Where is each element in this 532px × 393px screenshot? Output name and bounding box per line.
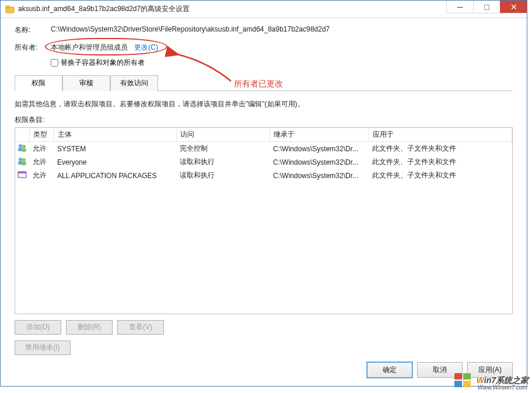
svg-rect-1 bbox=[6, 6, 9, 8]
apply-button[interactable]: 应用(A) bbox=[467, 362, 513, 378]
security-dialog-window: aksusb.inf_amd64_8a9b17b2ac98d2d7的高级安全设置… bbox=[0, 0, 527, 387]
minimize-button[interactable]: ─ bbox=[446, 1, 473, 13]
row-type: 允许 bbox=[29, 155, 54, 169]
svg-rect-9 bbox=[22, 162, 26, 165]
change-owner-link[interactable]: 更改(C) bbox=[134, 43, 158, 51]
title-file: aksusb.inf_amd64_8a9b17b2ac98d2d7 bbox=[18, 5, 141, 13]
cancel-button[interactable]: 取消 bbox=[417, 362, 463, 378]
row-applies: 此文件夹、子文件夹和文件 bbox=[369, 169, 512, 182]
row-principal: SYSTEM bbox=[54, 142, 176, 156]
owner-label: 所有者: bbox=[15, 43, 51, 53]
dialog-buttons: 确定 取消 应用(A) bbox=[367, 362, 513, 378]
row-principal: ALL APPLICATION PACKAGES bbox=[54, 169, 176, 182]
ok-button[interactable]: 确定 bbox=[367, 362, 412, 378]
close-button[interactable]: ✕ bbox=[500, 1, 527, 13]
dialog-content: 名称: C:\Windows\System32\DriverStore\File… bbox=[15, 25, 513, 374]
instruction-text: 如需其他信息，请双击权限项目。若要修改权限项目，请选择该项目并单击"编辑"(如果… bbox=[15, 99, 513, 109]
package-icon bbox=[15, 169, 29, 182]
remove-button[interactable]: 删除(R) bbox=[66, 320, 113, 335]
add-button[interactable]: 添加(D) bbox=[15, 320, 61, 335]
col-applies[interactable]: 应用于 bbox=[369, 128, 512, 142]
window-controls: ─ □ ✕ bbox=[446, 1, 527, 13]
users-icon bbox=[15, 155, 29, 169]
replace-owner-row: 替换子容器和对象的所有者 bbox=[51, 58, 513, 68]
svg-point-6 bbox=[19, 158, 22, 161]
replace-owner-label: 替换子容器和对象的所有者 bbox=[61, 58, 145, 68]
permissions-list[interactable]: 类型 主体 访问 继承于 应用于 允许SYSTEM完全控制C:\Windows\… bbox=[15, 127, 513, 314]
col-access[interactable]: 访问 bbox=[176, 128, 270, 142]
col-type[interactable]: 类型 bbox=[29, 128, 54, 142]
col-icon[interactable] bbox=[15, 128, 29, 142]
row-type: 允许 bbox=[29, 142, 54, 156]
users-icon bbox=[15, 142, 29, 156]
row-applies: 此文件夹、子文件夹和文件 bbox=[369, 142, 512, 156]
row-access: 完全控制 bbox=[176, 142, 270, 156]
title-suffix: 的高级安全设置 bbox=[141, 5, 190, 13]
table-row[interactable]: 允许SYSTEM完全控制C:\Windows\System32\Dr...此文件… bbox=[15, 142, 512, 156]
name-label: 名称: bbox=[15, 25, 51, 35]
replace-owner-checkbox[interactable] bbox=[51, 59, 58, 67]
row-access: 读取和执行 bbox=[176, 155, 270, 169]
tab-effective-access[interactable]: 有效访问 bbox=[110, 75, 158, 91]
table-header-row: 类型 主体 访问 继承于 应用于 bbox=[15, 128, 512, 142]
name-value: C:\Windows\System32\DriverStore\FileRepo… bbox=[51, 25, 330, 33]
row-inherited: C:\Windows\System32\Dr... bbox=[270, 169, 369, 182]
svg-rect-5 bbox=[22, 148, 26, 152]
tab-auditing[interactable]: 审核 bbox=[62, 75, 110, 91]
action-buttons-row: 添加(D) 删除(R) 查看(V) bbox=[15, 320, 513, 335]
row-principal: Everyone bbox=[54, 155, 176, 169]
tab-permissions[interactable]: 权限 bbox=[15, 75, 62, 91]
owner-value: 本地帐户和管理员组成员 bbox=[51, 43, 128, 51]
row-access: 读取和执行 bbox=[176, 169, 270, 182]
col-inherited[interactable]: 继承于 bbox=[270, 128, 369, 142]
row-applies: 此文件夹、子文件夹和文件 bbox=[369, 155, 512, 169]
view-button[interactable]: 查看(V) bbox=[117, 320, 164, 335]
name-row: 名称: C:\Windows\System32\DriverStore\File… bbox=[15, 25, 513, 37]
maximize-button[interactable]: □ bbox=[473, 1, 500, 13]
row-inherited: C:\Windows\System32\Dr... bbox=[270, 142, 369, 156]
table-row[interactable]: 允许Everyone读取和执行C:\Windows\System32\Dr...… bbox=[15, 155, 512, 169]
owner-row: 所有者: 本地帐户和管理员组成员 更改(C) bbox=[15, 41, 513, 53]
inherit-button-row: 禁用继承(I) bbox=[15, 340, 513, 355]
owner-area: 本地帐户和管理员组成员 更改(C) bbox=[51, 43, 158, 53]
row-type: 允许 bbox=[29, 169, 54, 182]
row-inherited: C:\Windows\System32\Dr... bbox=[270, 155, 369, 169]
window-title: aksusb.inf_amd64_8a9b17b2ac98d2d7的高级安全设置 bbox=[18, 4, 190, 14]
titlebar: aksusb.inf_amd64_8a9b17b2ac98d2d7的高级安全设置… bbox=[1, 1, 527, 18]
svg-point-2 bbox=[19, 144, 22, 148]
disable-inheritance-button[interactable]: 禁用继承(I) bbox=[15, 340, 71, 355]
svg-point-4 bbox=[22, 145, 26, 148]
permissions-table: 类型 主体 访问 继承于 应用于 允许SYSTEM完全控制C:\Windows\… bbox=[15, 128, 512, 182]
svg-point-8 bbox=[22, 158, 26, 162]
col-principal[interactable]: 主体 bbox=[54, 128, 176, 142]
table-row[interactable]: 允许ALL APPLICATION PACKAGES读取和执行C:\Window… bbox=[15, 169, 512, 182]
svg-rect-11 bbox=[18, 172, 26, 173]
annotation-text: 所有者已更改 bbox=[234, 79, 283, 89]
permission-entries-label: 权限条目: bbox=[15, 115, 513, 125]
folder-icon bbox=[5, 5, 15, 14]
